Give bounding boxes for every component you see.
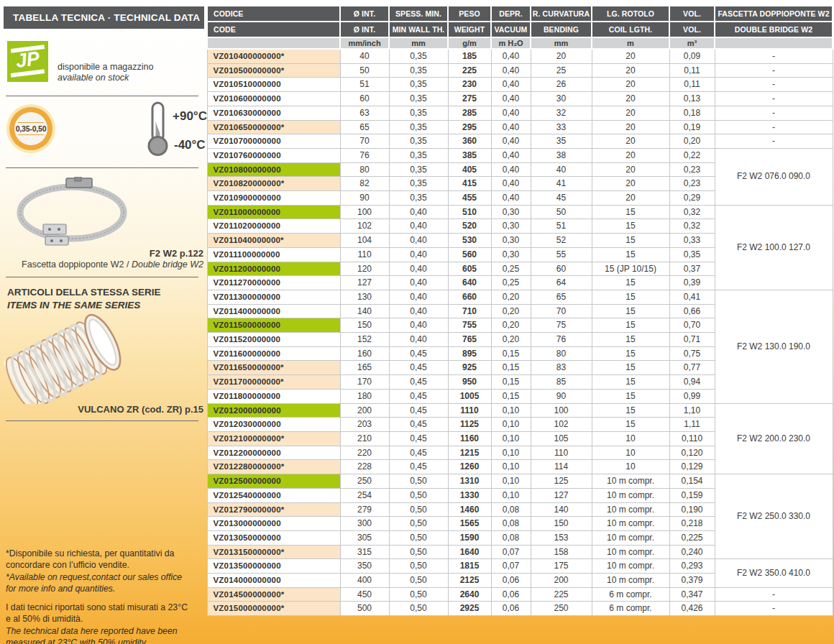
- table-row: VZ0120000000002000,4511100,10100151,10F2…: [207, 403, 833, 418]
- cell-code: VZ011700000000*: [207, 375, 340, 390]
- cell-vol: 0,159: [669, 488, 715, 502]
- cell-bending: 100: [531, 403, 592, 418]
- cell-coil: 15: [592, 418, 669, 432]
- cell-weight: 415: [448, 177, 491, 191]
- cell-clamp: -: [715, 106, 833, 120]
- cell-clamp: -: [715, 78, 833, 92]
- cell-vacuum: 0,08: [491, 517, 531, 531]
- cell-code: VZ015000000000*: [207, 602, 340, 616]
- cell-vol: 0,129: [669, 460, 715, 474]
- cell-bending: 175: [531, 559, 592, 574]
- unit-cell: m H₂O: [491, 37, 531, 49]
- cell-bending: 75: [531, 318, 592, 333]
- cell-diam: 450: [340, 587, 389, 602]
- cell-vol: 0,29: [669, 191, 715, 206]
- cell-coil: 10 m compr.: [592, 530, 669, 545]
- column-header: Ø INT.: [340, 22, 389, 37]
- cell-vacuum: 0,15: [491, 375, 531, 390]
- cell-vacuum: 0,20: [491, 290, 531, 304]
- cell-vol: 0,99: [669, 389, 715, 403]
- same-series-heading-english: ITEMS IN THE SAME SERIES: [7, 299, 161, 312]
- hose-image: [0, 312, 162, 404]
- cell-wall: 0,35: [389, 162, 448, 177]
- cell-vacuum: 0,30: [491, 219, 531, 234]
- cell-diam: 50: [340, 63, 389, 78]
- cell-diam: 150: [340, 318, 389, 333]
- cell-diam: 104: [340, 234, 389, 248]
- column-header: CODICE: [207, 6, 340, 22]
- unit-cell: g/m: [448, 37, 491, 49]
- cell-diam: 63: [340, 106, 389, 120]
- cell-bending: 125: [531, 474, 592, 489]
- table-row: VZ014500000000*4500,5026400,062256 m com…: [207, 587, 833, 602]
- cell-vol: 0,23: [669, 162, 715, 177]
- divider: [6, 167, 198, 168]
- cell-diam: 80: [340, 162, 389, 177]
- cell-weight: 1590: [448, 530, 491, 545]
- cell-wall: 0,35: [389, 92, 448, 106]
- cell-weight: 1110: [448, 403, 491, 418]
- cell-weight: 530: [448, 234, 491, 248]
- cell-diam: 127: [340, 276, 389, 290]
- wall-thickness-range: 0,35-0,50: [16, 124, 47, 133]
- cell-coil: 10 m compr.: [592, 488, 669, 502]
- cell-weight: 225: [448, 63, 491, 78]
- column-header: LG. ROTOLO: [592, 6, 669, 22]
- footnotes: *Disponibile su richiesta, per quantitat…: [6, 546, 203, 644]
- cell-wall: 0,45: [389, 375, 448, 390]
- cell-diam: 100: [340, 205, 389, 219]
- table-row: VZ0135000000003500,5018150,0717510 m com…: [207, 559, 833, 574]
- cell-vacuum: 0,20: [491, 318, 531, 333]
- cell-weight: 1005: [448, 389, 491, 403]
- cell-clamp-group: F2 W2 200.0 230.0: [715, 403, 833, 474]
- cell-code: VZ012540000000: [207, 488, 340, 502]
- column-header: CODE: [207, 22, 340, 37]
- cell-coil: 15: [592, 346, 669, 361]
- cell-diam: 203: [340, 418, 389, 432]
- cell-wall: 0,50: [389, 587, 448, 602]
- cell-vol: 1,10: [669, 403, 715, 418]
- stock-text-english: available on stock: [58, 73, 153, 83]
- cell-clamp: -: [715, 602, 833, 616]
- cell-code: VZ011520000000: [207, 333, 340, 347]
- cell-weight: 2925: [448, 602, 491, 616]
- unit-cell: [207, 37, 340, 49]
- clamp-caption-english: Double bridge W2: [132, 259, 203, 270]
- cell-code: VZ011800000000: [207, 389, 340, 403]
- cell-bending: 45: [531, 191, 592, 206]
- cell-bending: 70: [531, 304, 592, 318]
- technical-data-region: CODICEØ INT.SPESS. MIN.PESODEPR.R. CURVA…: [206, 5, 832, 616]
- column-header: COIL LGTH.: [592, 22, 669, 37]
- cell-vol: 0,33: [669, 234, 715, 248]
- cell-wall: 0,40: [389, 262, 448, 276]
- cell-diam: 350: [340, 559, 389, 574]
- cell-vacuum: 0,40: [491, 92, 531, 106]
- cell-vol: 0,293: [669, 559, 715, 574]
- cell-code: VZ010500000000*: [207, 63, 340, 78]
- cell-vol: 0,13: [669, 92, 715, 106]
- cell-bending: 51: [531, 219, 592, 234]
- jp-logo-text: JP: [7, 48, 48, 73]
- table-row: VZ0113000000001300,406600,2065150,41F2 W…: [207, 290, 833, 304]
- cell-diam: 180: [340, 389, 389, 403]
- cell-vol: 0,37: [669, 262, 715, 276]
- cell-coil: 15: [592, 375, 669, 390]
- cell-diam: 220: [340, 446, 389, 460]
- cell-wall: 0,40: [389, 333, 448, 347]
- cell-weight: 765: [448, 333, 491, 347]
- cell-vol: 0,110: [669, 431, 715, 446]
- cell-vacuum: 0,10: [491, 474, 531, 489]
- cell-code: VZ010900000000: [207, 191, 340, 206]
- cell-vol: 0,39: [669, 276, 715, 290]
- cell-bending: 64: [531, 276, 592, 290]
- cell-vol: 0,75: [669, 346, 715, 361]
- cell-vacuum: 0,40: [491, 191, 531, 206]
- cell-wall: 0,50: [389, 559, 448, 574]
- cell-bending: 32: [531, 106, 592, 120]
- cell-diam: 279: [340, 502, 389, 517]
- cell-coil: 15: [592, 247, 669, 262]
- cell-coil: 15: [592, 318, 669, 333]
- table-row: VZ010630000000630,352850,4032200,18-: [207, 106, 833, 120]
- cell-vol: 0,22: [669, 148, 715, 162]
- unit-cell: mm: [531, 37, 592, 49]
